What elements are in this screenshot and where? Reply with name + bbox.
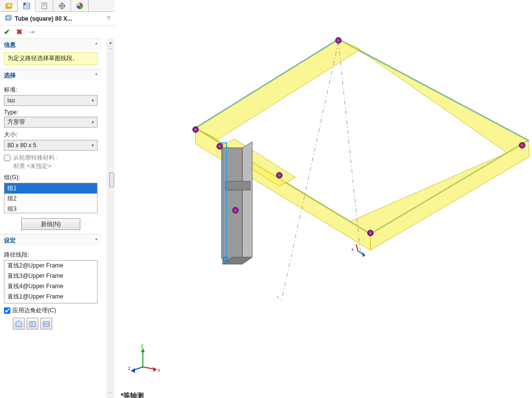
svg-rect-1 [7,3,12,7]
collapse-icon[interactable]: ˄ [95,73,98,78]
svg-line-30 [356,244,358,251]
svg-text:z: z [128,365,131,371]
svg-point-33 [193,127,199,133]
feature-title: Tube (square) 80 X... [15,15,107,22]
path-list: 直线2@Upper Frame 直线3@Upper Frame 直线4@Uppe… [4,260,98,303]
info-message: 为定义路径选择草图线段。 [4,52,98,65]
transfer-material-checkbox[interactable] [4,155,10,161]
splitter-handle[interactable] [109,172,114,187]
corner-treatment-label: 应用边角处理(C) [12,306,56,315]
svg-text:*: * [351,247,354,255]
new-group-button[interactable]: 新组(N) [21,218,80,230]
corner-endmiter-button[interactable] [13,318,25,330]
svg-text:x: x [158,367,160,373]
svg-line-27 [277,296,281,301]
svg-rect-23 [226,181,250,190]
corner-endbutt2-button[interactable] [40,318,52,330]
panel-scrollbar[interactable]: ▴ ˄ ˅ [106,38,114,398]
svg-point-34 [217,143,223,149]
view-label: *等轴测 [121,392,144,398]
tab-appearance[interactable] [71,0,89,11]
tab-feature-tree[interactable] [0,0,18,11]
group-item[interactable]: 组3 [4,204,97,214]
collapse-icon[interactable]: ˄ [95,238,98,243]
svg-point-35 [233,207,238,213]
material-label: 材质 <未指定> [13,162,58,170]
svg-point-32 [335,37,341,43]
help-icon[interactable]: ? [107,15,110,22]
svg-point-36 [276,172,282,178]
size-select[interactable]: 80 x 80 x 5▾ [4,140,98,151]
tab-configuration[interactable] [35,0,53,11]
section-info-header: 信息 ˄ [0,38,101,50]
chevron-down-icon: ▾ [92,143,94,148]
standard-label: 标准: [4,86,98,94]
group-item[interactable]: 组2 [4,194,97,204]
feature-icon [4,14,12,23]
svg-rect-39 [224,257,228,261]
svg-text:y: y [141,343,143,348]
svg-marker-43 [141,348,145,352]
chevron-down-icon: ▾ [92,98,94,103]
transfer-label: 从轮廓转移材料 : [13,154,58,162]
type-select[interactable]: 方形管▾ [4,117,98,128]
size-label: 大小: [4,131,98,139]
tab-dimxpert[interactable] [53,0,71,11]
section-info-title: 信息 [4,41,16,49]
corner-endbutt1-button[interactable] [27,318,38,330]
collapse-icon[interactable]: ˄ [95,42,98,48]
svg-rect-5 [24,3,26,5]
svg-marker-21 [242,142,252,264]
path-item[interactable]: 直线2@Upper Frame [4,261,97,271]
ok-button[interactable]: ✔ [4,28,10,36]
path-item[interactable]: 直线3@Upper Frame [4,271,97,281]
section-settings-title: 设定 [4,236,16,245]
svg-marker-41 [153,367,157,372]
section-select-title: 选择 [4,71,16,80]
cancel-button[interactable]: ✖ [16,28,23,36]
tab-property-manager[interactable] [18,0,35,12]
standard-select[interactable]: iso▾ [4,95,98,106]
corner-treatment-checkbox[interactable] [4,307,10,314]
svg-rect-16 [30,322,35,327]
type-label: Type: [4,109,98,116]
scroll-down-icon[interactable]: ˅ [106,390,114,398]
path-item[interactable]: 直线4@Upper Frame [4,281,97,292]
viewport-3d[interactable]: * [114,0,532,398]
pin-button[interactable]: ⇥ [29,28,35,36]
path-item[interactable]: 直线1@Upper Frame [4,292,97,302]
svg-point-38 [519,142,525,148]
section-select-header: 选择 ˄ [0,69,101,81]
panel-tabs [0,0,114,12]
group-label: 组(G): [4,173,98,182]
svg-rect-20 [223,148,242,264]
triad-axes: x y z [128,342,163,377]
scroll-top-icon[interactable]: ▴ [106,38,114,46]
scroll-up-icon[interactable]: ˄ [106,46,114,54]
path-label: 路径线段: [4,251,98,259]
group-list: 组1 组2 组3 [4,183,98,213]
svg-marker-15 [16,321,22,327]
section-settings-header: 设定 ˄ [0,234,101,246]
group-item[interactable]: 组1 [4,183,97,194]
chevron-down-icon: ▾ [92,120,94,125]
svg-point-37 [367,230,373,236]
